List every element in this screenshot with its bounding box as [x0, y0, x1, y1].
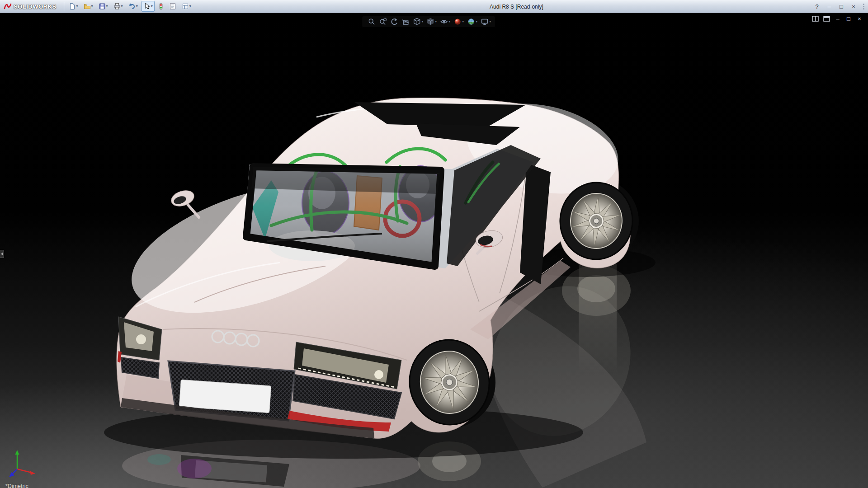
document-window-controls: – □ × [812, 15, 863, 22]
open-folder-icon [84, 3, 91, 10]
print-icon [113, 3, 121, 10]
zoom-to-fit-button[interactable] [367, 17, 377, 26]
heads-up-view-toolbar: ▾ ▾ ▾ ▾ [362, 16, 495, 27]
section-view-icon [401, 18, 410, 26]
dropdown-caret[interactable]: ▾ [462, 20, 464, 23]
rebuild-traffic-light-icon [158, 3, 164, 10]
dropdown-caret[interactable]: ▾ [189, 5, 191, 8]
undo-arrow-icon [128, 3, 136, 10]
help-button[interactable]: ? [813, 3, 821, 10]
app-logo-text: SOLIDWORKS [14, 3, 57, 10]
file-properties-icon [169, 3, 176, 10]
toolbar-grip[interactable] [862, 4, 864, 9]
hide-show-eye-icon [440, 18, 448, 26]
open-button[interactable]: ▾ [82, 1, 95, 12]
doc-minimize-button[interactable]: – [835, 15, 841, 22]
section-view-button[interactable] [401, 17, 410, 26]
edit-appearance-button[interactable]: ▾ [453, 17, 465, 26]
solidworks-logo-icon [4, 3, 12, 10]
save-button[interactable]: ▾ [97, 1, 110, 12]
dropdown-caret[interactable]: ▾ [121, 5, 123, 8]
maximize-button[interactable]: □ [837, 3, 845, 10]
doc-restore-button[interactable]: □ [845, 15, 852, 22]
document-properties-icon [182, 3, 189, 10]
hide-show-items-button[interactable]: ▾ [439, 17, 451, 26]
minimize-button[interactable]: – [825, 3, 833, 10]
dropdown-caret[interactable]: ▾ [76, 5, 78, 8]
toolbar-separator [64, 2, 64, 11]
zoom-to-fit-icon [368, 18, 376, 26]
window-controls: ? – □ × [813, 0, 866, 13]
display-style-icon [426, 18, 434, 26]
new-document-icon [69, 3, 76, 10]
dropdown-caret[interactable]: ▾ [91, 5, 93, 8]
rebuild-button[interactable] [156, 1, 165, 12]
edit-appearance-ball-icon [453, 18, 462, 26]
split-window-icon[interactable] [812, 16, 819, 22]
apply-scene-button[interactable]: ▾ [466, 17, 478, 26]
dropdown-caret[interactable]: ▾ [489, 20, 491, 23]
select-cursor-icon [143, 3, 151, 10]
dropdown-caret[interactable]: ▾ [435, 20, 437, 23]
display-style-button[interactable]: ▾ [425, 17, 438, 26]
dropdown-caret[interactable]: ▾ [476, 20, 477, 23]
new-document-button[interactable]: ▾ [67, 1, 80, 12]
previous-view-icon [390, 18, 398, 26]
dropdown-caret[interactable]: ▾ [421, 20, 423, 23]
full-screen-icon[interactable] [823, 16, 830, 22]
view-orientation-label: *Dimetric [5, 483, 28, 488]
document-title: Audi R8 S [Read-only] [490, 0, 543, 13]
titlebar: SOLIDWORKS ▾ ▾ ▾ [0, 0, 868, 13]
document-properties-button[interactable]: ▾ [180, 1, 193, 12]
app-logo: SOLIDWORKS [0, 3, 61, 10]
featuremanager-splitter[interactable] [0, 250, 4, 258]
view-settings-button[interactable]: ▾ [480, 17, 492, 26]
file-properties-button[interactable] [167, 1, 178, 12]
dropdown-caret[interactable]: ▾ [106, 5, 108, 8]
save-floppy-icon [99, 3, 106, 10]
view-settings-icon [481, 18, 489, 26]
select-button[interactable]: ▾ [142, 1, 155, 12]
reference-triad [8, 448, 43, 480]
undo-button[interactable]: ▾ [127, 1, 140, 12]
car-model-rendering[interactable] [0, 13, 868, 488]
previous-view-button[interactable] [389, 17, 399, 26]
zoom-to-area-button[interactable] [378, 17, 388, 26]
dropdown-caret[interactable]: ▾ [136, 5, 138, 8]
zoom-to-area-icon [379, 18, 387, 26]
dropdown-caret[interactable]: ▾ [151, 5, 153, 8]
view-orientation-button[interactable]: ▾ [412, 17, 424, 26]
close-button[interactable]: × [849, 3, 858, 10]
solidworks-window: SOLIDWORKS ▾ ▾ ▾ [0, 0, 868, 488]
standard-toolbar: ▾ ▾ ▾ ▾ [67, 1, 193, 12]
view-orientation-cube-icon [413, 18, 421, 26]
apply-scene-globe-icon [467, 18, 475, 26]
dropdown-caret[interactable]: ▾ [448, 20, 450, 23]
doc-close-button[interactable]: × [856, 15, 863, 22]
print-button[interactable]: ▾ [112, 1, 125, 12]
graphics-area[interactable]: ▾ ▾ ▾ ▾ [0, 13, 868, 488]
